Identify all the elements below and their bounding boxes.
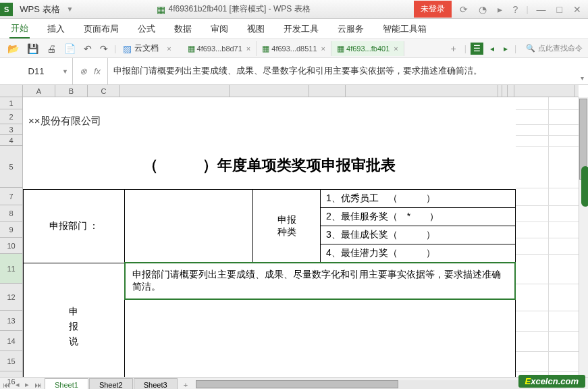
row-header-5[interactable]: 5 [0, 146, 22, 188]
row-header-16[interactable]: 16 [0, 371, 22, 389]
tab-close-icon[interactable]: × [321, 45, 325, 53]
open-icon[interactable]: 📂 [5, 42, 21, 55]
row-header-13[interactable]: 13 [0, 311, 22, 331]
col-header-A[interactable]: A [23, 85, 55, 97]
selected-cell-d11[interactable]: 申报部门请概要列出主要成绩、成果、尽量数字化和引用主要事实依据等，要求描述准确简… [125, 263, 516, 299]
save-icon[interactable]: 💾 [25, 42, 41, 55]
formula-expand-icon[interactable]: ▾ [581, 74, 584, 83]
type-item-2[interactable]: 2、最佳服务奖（ * ） [321, 208, 516, 226]
sheet-tab-sheet3[interactable]: Sheet3 [134, 378, 178, 389]
cloud-icon: ▨ [123, 43, 132, 54]
horizontal-scrollbar[interactable] [196, 380, 566, 390]
col-header-B[interactable]: B [55, 85, 88, 97]
row-header-7[interactable]: 7 [0, 188, 22, 205]
add-tab-button[interactable]: + [447, 43, 460, 54]
sheet-next-icon[interactable]: ▸ [22, 380, 32, 389]
tab-prev-icon[interactable]: ◂ [487, 44, 497, 53]
type-item-3[interactable]: 3、最佳成长奖（ ） [321, 226, 516, 244]
tab-list-button[interactable]: ☰ [471, 43, 483, 55]
sheet-last-icon[interactable]: ⏭ [32, 381, 45, 389]
type-item-4[interactable]: 4、最佳潜力奖（ ） [321, 244, 516, 263]
type-item-1[interactable]: 1、优秀员工 （ ） [321, 190, 516, 208]
close-icon[interactable]: ✕ [570, 3, 584, 16]
cloud-doc-button[interactable]: ▨ 云文档 [123, 43, 159, 54]
name-box-dropdown-icon[interactable]: ▼ [62, 68, 68, 75]
row-header-15[interactable]: 15 [0, 351, 22, 371]
desc-row-14[interactable] [125, 346, 516, 367]
col-header-8[interactable] [502, 85, 508, 97]
col-header-3[interactable] [120, 85, 230, 97]
type-label-cell[interactable]: 申报 种类 [253, 190, 321, 263]
formula-input[interactable]: 申报部门请概要列出主要成绩、成果、尽量数字化和引用主要事实依据等，要求描述准确简… [108, 58, 588, 84]
extra-grid-area[interactable] [518, 97, 579, 377]
col-header-9[interactable] [508, 85, 514, 97]
name-box[interactable]: D11 ▼ [0, 58, 73, 84]
sheet-tab-sheet2[interactable]: Sheet2 [89, 378, 133, 389]
menu-item-2[interactable]: 页面布局 [82, 20, 120, 38]
search-command[interactable]: 🔍 点此查找命令 [526, 43, 583, 53]
skin-icon[interactable]: ◔ [476, 3, 489, 16]
hscroll-thumb[interactable] [196, 380, 398, 388]
grid-content[interactable]: ××股份有限公司 （ ）年度单项类奖项申报审批表 申报部门 ： 申报 种类 1、… [23, 97, 579, 377]
col-header-C[interactable]: C [88, 85, 120, 97]
row-header-1[interactable]: 1 [0, 97, 22, 109]
row-header-2[interactable]: 2 [0, 109, 22, 124]
menu-item-4[interactable]: 数据 [173, 20, 193, 38]
company-name[interactable]: ××股份有限公司 [23, 109, 516, 124]
col-header-4[interactable] [230, 85, 309, 97]
form-title[interactable]: （ ）年度单项类奖项申报审批表 [23, 135, 516, 189]
menu-item-8[interactable]: 云服务 [336, 20, 365, 38]
login-button[interactable]: 未登录 [414, 1, 452, 18]
desc-row-12[interactable] [125, 299, 516, 326]
menu-item-5[interactable]: 审阅 [209, 20, 230, 38]
dept-label-cell[interactable]: 申报部门 ： [24, 190, 125, 263]
menu-item-6[interactable]: 视图 [246, 20, 266, 38]
add-sheet-button[interactable]: + [178, 381, 193, 389]
col-header-5[interactable] [309, 85, 346, 97]
col-header-6[interactable] [346, 85, 498, 97]
desc-row-15[interactable] [125, 367, 516, 377]
cloud-close-icon[interactable]: × [167, 45, 171, 53]
description-label-cell[interactable]: 申 报 说 [24, 263, 125, 377]
col-header-10[interactable] [514, 85, 575, 97]
app-menu-dropdown[interactable]: ▼ [64, 5, 76, 13]
redo-icon[interactable]: ↷ [98, 42, 110, 55]
print-preview-icon[interactable]: 🖨 [45, 42, 58, 55]
select-all-corner[interactable] [0, 85, 23, 97]
row-header-14[interactable]: 14 [0, 331, 22, 351]
menu-item-1[interactable]: 插入 [46, 20, 66, 38]
maximize-icon[interactable]: □ [554, 3, 565, 16]
tab-next-icon[interactable]: ▸ [501, 44, 510, 53]
row-header-4[interactable]: 4 [0, 135, 22, 146]
row-header-12[interactable]: 12 [0, 284, 22, 311]
tab-close-icon[interactable]: × [394, 45, 398, 53]
file-tab-2[interactable]: ▦4f693...fb401× [331, 41, 404, 56]
vertical-scrollbar[interactable] [579, 97, 588, 377]
row-header-9[interactable]: 9 [0, 222, 22, 238]
help-icon[interactable]: ? [510, 3, 521, 16]
undo-icon[interactable]: ↶ [82, 42, 94, 55]
side-handle[interactable] [581, 166, 588, 207]
file-tab-1[interactable]: ▦4f693...d8511× [257, 41, 331, 56]
sheet-area: ABC 1234578910111213141516 ××股份有限公司 （ ）年… [0, 85, 588, 377]
minimize-icon[interactable]: — [534, 3, 549, 16]
row-header-11[interactable]: 11 [0, 254, 22, 284]
desc-row-13[interactable] [125, 326, 516, 346]
menu-item-7[interactable]: 开发工具 [282, 20, 320, 38]
print-icon[interactable]: 📄 [62, 42, 78, 55]
row-header-10[interactable]: 10 [0, 238, 22, 254]
menu-item-0[interactable]: 开始 [9, 20, 30, 38]
menu-item-9[interactable]: 智能工具箱 [381, 20, 428, 38]
menu-item-3[interactable]: 公式 [136, 20, 157, 38]
fx-label[interactable]: fx [94, 66, 101, 76]
row-header-3[interactable]: 3 [0, 124, 22, 135]
news-icon[interactable]: ▸ [495, 3, 505, 16]
file-tab-0[interactable]: ▦4f693...b8d71× [182, 41, 257, 56]
tab-close-icon[interactable]: × [246, 45, 250, 53]
sync-icon[interactable]: ⟳ [457, 3, 471, 16]
row-header-8[interactable]: 8 [0, 205, 22, 222]
app-name: WPS 表格 [16, 3, 63, 16]
dept-value-cell[interactable] [125, 190, 253, 263]
sheet-tab-sheet1[interactable]: Sheet1 [45, 378, 88, 389]
cancel-icon[interactable]: ⊗ [80, 66, 87, 76]
